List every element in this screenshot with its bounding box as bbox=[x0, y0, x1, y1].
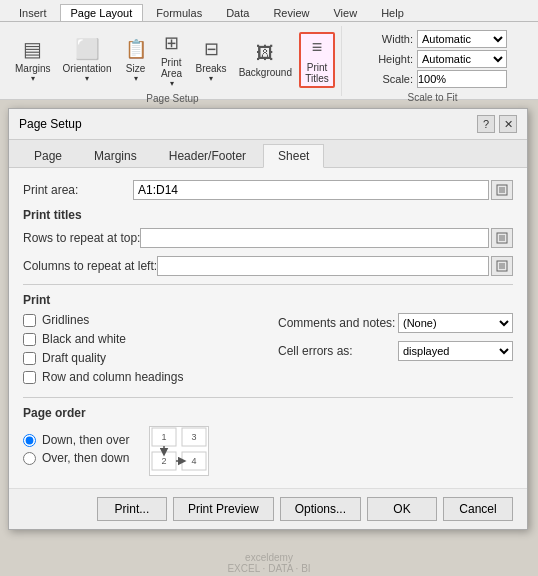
black-white-row: Black and white bbox=[23, 332, 258, 346]
help-button[interactable]: ? bbox=[477, 115, 495, 133]
size-button[interactable]: 📋 Size ▾ bbox=[119, 34, 153, 86]
scale-input[interactable] bbox=[417, 70, 507, 88]
dialog-title-controls: ? ✕ bbox=[477, 115, 517, 133]
print-area-arrow: ▾ bbox=[170, 79, 174, 88]
print-area-button[interactable]: ⊞ Print Area ▾ bbox=[155, 28, 189, 91]
breaks-button[interactable]: ⊟ Breaks ▾ bbox=[191, 34, 232, 86]
page-order-diagram: 1 3 2 4 bbox=[149, 426, 209, 476]
print-area-input[interactable] bbox=[133, 180, 489, 200]
svg-rect-1 bbox=[499, 187, 505, 193]
ok-button[interactable]: OK bbox=[367, 497, 437, 521]
orientation-button[interactable]: ⬜ Orientation ▾ bbox=[58, 34, 117, 86]
cols-repeat-row: Columns to repeat at left: bbox=[23, 256, 513, 276]
rows-repeat-row: Rows to repeat at top: bbox=[23, 228, 513, 248]
draft-quality-checkbox[interactable] bbox=[23, 352, 36, 365]
svg-text:3: 3 bbox=[192, 432, 197, 442]
options-button[interactable]: Options... bbox=[280, 497, 361, 521]
breaks-icon: ⊟ bbox=[199, 37, 223, 61]
cancel-button[interactable]: Cancel bbox=[443, 497, 513, 521]
ribbon-group-page-setup: ▤ Margins ▾ ⬜ Orientation ▾ 📋 Size ▾ ⊞ P… bbox=[4, 26, 342, 96]
print-titles-button[interactable]: ≡ Print Titles bbox=[299, 32, 335, 88]
comments-select[interactable]: (None) bbox=[398, 313, 513, 333]
size-label: Size bbox=[126, 63, 145, 74]
rows-repeat-input[interactable] bbox=[140, 228, 489, 248]
width-select[interactable]: Automatic bbox=[417, 30, 507, 48]
ribbon-content: ▤ Margins ▾ ⬜ Orientation ▾ 📋 Size ▾ ⊞ P… bbox=[0, 22, 538, 100]
print-area-ref-button[interactable] bbox=[491, 180, 513, 200]
print-titles-label: Print Titles bbox=[305, 62, 329, 84]
cols-repeat-input[interactable] bbox=[157, 256, 489, 276]
tab-margins[interactable]: Margins bbox=[79, 144, 152, 167]
black-white-checkbox[interactable] bbox=[23, 333, 36, 346]
row-col-headings-row: Row and column headings bbox=[23, 370, 258, 384]
over-then-down-row: Over, then down bbox=[23, 451, 129, 465]
margins-icon: ▤ bbox=[21, 37, 45, 61]
down-then-over-radio[interactable] bbox=[23, 434, 36, 447]
row-col-headings-checkbox[interactable] bbox=[23, 371, 36, 384]
ribbon-tabs: Insert Page Layout Formulas Data Review … bbox=[0, 0, 538, 22]
comments-row: Comments and notes: (None) bbox=[278, 313, 513, 333]
cols-repeat-ref-button[interactable] bbox=[491, 256, 513, 276]
page-order-divider bbox=[23, 397, 513, 398]
print-area-icon: ⊞ bbox=[160, 31, 184, 55]
svg-text:1: 1 bbox=[162, 432, 167, 442]
height-select[interactable]: Automatic bbox=[417, 50, 507, 68]
over-then-down-radio[interactable] bbox=[23, 452, 36, 465]
collapse-cols-icon bbox=[496, 260, 508, 272]
margins-arrow: ▾ bbox=[31, 74, 35, 83]
svg-rect-3 bbox=[499, 235, 505, 241]
tab-sheet[interactable]: Sheet bbox=[263, 144, 324, 168]
page-order-section: Down, then over Over, then down 1 3 2 bbox=[23, 426, 513, 476]
breaks-arrow: ▾ bbox=[209, 74, 213, 83]
tab-header-footer[interactable]: Header/Footer bbox=[154, 144, 261, 167]
dialog-body: Print area: Print titles Rows to repeat … bbox=[9, 168, 527, 488]
cell-errors-select[interactable]: displayed bbox=[398, 341, 513, 361]
width-row: Width: Automatic bbox=[358, 30, 507, 48]
watermark-subtitle: EXCEL · DATA · BI bbox=[227, 563, 310, 574]
orientation-arrow: ▾ bbox=[85, 74, 89, 83]
tab-page-layout[interactable]: Page Layout bbox=[60, 4, 144, 21]
tab-help[interactable]: Help bbox=[370, 4, 415, 21]
rows-repeat-ref-button[interactable] bbox=[491, 228, 513, 248]
gridlines-label: Gridlines bbox=[42, 313, 89, 327]
print-divider bbox=[23, 284, 513, 285]
rows-repeat-label: Rows to repeat at top: bbox=[23, 231, 140, 245]
margins-label: Margins bbox=[15, 63, 51, 74]
scale-group-label: Scale to Fit bbox=[407, 92, 457, 103]
close-button[interactable]: ✕ bbox=[499, 115, 517, 133]
cols-repeat-label: Columns to repeat at left: bbox=[23, 259, 157, 273]
tab-data[interactable]: Data bbox=[215, 4, 260, 21]
tab-page[interactable]: Page bbox=[19, 144, 77, 167]
tab-insert[interactable]: Insert bbox=[8, 4, 58, 21]
print-heading: Print bbox=[23, 293, 513, 307]
comments-label: Comments and notes: bbox=[278, 316, 398, 330]
gridlines-checkbox[interactable] bbox=[23, 314, 36, 327]
scale-label: Scale: bbox=[358, 73, 413, 85]
watermark-text: exceldemy bbox=[245, 552, 293, 563]
dialog-title: Page Setup bbox=[19, 117, 82, 131]
tab-view[interactable]: View bbox=[322, 4, 368, 21]
dialog-title-bar: Page Setup ? ✕ bbox=[9, 109, 527, 140]
margins-button[interactable]: ▤ Margins ▾ bbox=[10, 34, 56, 86]
tab-formulas[interactable]: Formulas bbox=[145, 4, 213, 21]
print-button[interactable]: Print... bbox=[97, 497, 167, 521]
print-area-row: Print area: bbox=[23, 180, 513, 200]
print-preview-button[interactable]: Print Preview bbox=[173, 497, 274, 521]
row-col-headings-label: Row and column headings bbox=[42, 370, 183, 384]
print-area-label: Print area: bbox=[23, 183, 133, 197]
height-label: Height: bbox=[358, 53, 413, 65]
background-label: Background bbox=[239, 67, 292, 78]
background-button[interactable]: 🖼 Background bbox=[234, 38, 297, 81]
collapse-icon bbox=[496, 184, 508, 196]
print-area-label: Print Area bbox=[161, 57, 182, 79]
orientation-label: Orientation bbox=[63, 63, 112, 74]
print-dropdowns: Comments and notes: (None) Cell errors a… bbox=[278, 313, 513, 389]
svg-text:2: 2 bbox=[162, 456, 167, 466]
cell-errors-row: Cell errors as: displayed bbox=[278, 341, 513, 361]
print-checkboxes: Gridlines Black and white Draft quality … bbox=[23, 313, 258, 389]
draft-quality-label: Draft quality bbox=[42, 351, 106, 365]
tab-review[interactable]: Review bbox=[262, 4, 320, 21]
svg-text:4: 4 bbox=[192, 456, 197, 466]
scale-row: Scale: bbox=[358, 70, 507, 88]
height-row: Height: Automatic bbox=[358, 50, 507, 68]
